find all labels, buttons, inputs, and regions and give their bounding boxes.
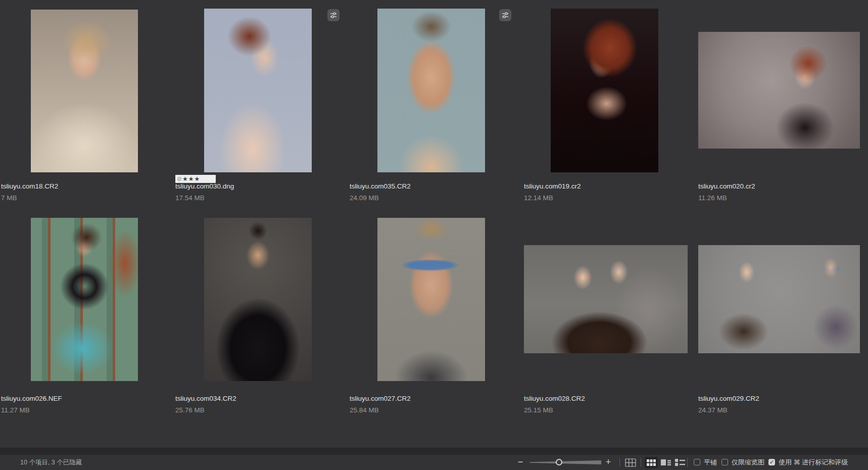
divider [619,458,620,467]
list-view-button[interactable] [660,458,672,466]
photo-item[interactable]: tsliuyu.com026.NEF 11.27 MB [0,212,174,419]
photo-filesize: 11.27 MB [1,406,30,414]
grid-view-icon [647,459,656,466]
photo-item[interactable]: tsliuyu.com028.CR2 25.15 MB [523,212,697,419]
photo-thumbnail[interactable] [31,10,138,172]
photo-filesize: 24.09 MB [350,194,379,202]
photo-filename: tsliuyu.com020.cr2 [698,182,755,190]
details-view-icon [674,458,686,466]
photo-item[interactable]: tsliuyu.com029.CR2 24.37 MB [697,212,868,419]
use-cmd-checkbox-label[interactable]: 使用 ⌘ 进行标记和评级 [779,455,848,470]
photo-filename: tsliuyu.com027.CR2 [350,395,411,402]
photo-item[interactable]: tsliuyu.com019.cr2 12.14 MB [523,0,697,207]
table-grid-icon [625,458,636,467]
photo-item[interactable]: tsliuyu.com035.CR2 24.09 MB [349,0,523,207]
photo-filename: tsliuyu.com034.CR2 [175,395,236,402]
details-view-button[interactable] [674,458,686,466]
photo-filename: tsliuyu.com035.CR2 [350,182,411,190]
photo-item[interactable]: tsliuyu.com027.CR2 25.84 MB [349,212,523,419]
tile-checkbox-label[interactable]: 平铺 [704,455,717,470]
thumbnail-grid: tsliuyu.com18.CR2 7 MB ⊘ ★★★ tsliuyu.com… [0,0,868,447]
photo-filesize: 25.15 MB [524,406,553,414]
photo-thumbnail[interactable] [204,9,312,172]
rating-widget[interactable]: ⊘ ★★★ [175,175,216,183]
photo-thumbnail[interactable] [551,9,658,172]
use-cmd-checkbox[interactable]: ✓ [768,459,775,465]
zoom-out-button[interactable]: − [515,455,525,469]
adjustments-badge-icon [327,9,340,21]
tile-checkbox[interactable] [694,459,700,465]
photo-filesize: 25.84 MB [350,406,379,414]
photo-thumbnail[interactable] [377,9,485,172]
photo-thumbnail[interactable] [204,218,312,381]
photo-filename: tsliuyu.com030.dng [175,182,234,190]
photo-filename: tsliuyu.com029.CR2 [698,395,759,402]
thumbnails-only-checkbox[interactable] [721,459,728,465]
photo-thumbnail[interactable] [698,32,860,149]
table-view-button[interactable] [624,458,637,467]
divider [641,458,641,467]
zoom-slider-knob[interactable] [556,459,562,465]
photo-filesize: 11.26 MB [698,194,727,202]
list-view-icon [660,458,671,466]
photo-thumbnail[interactable] [698,245,860,353]
thumbnails-only-checkbox-label[interactable]: 仅限缩览图 [732,455,764,470]
photo-filesize: 25.76 MB [175,406,205,414]
photo-filesize: 24.37 MB [698,406,728,414]
photo-filename: tsliuyu.com026.NEF [1,395,62,402]
photo-filename: tsliuyu.com18.CR2 [1,182,58,190]
zoom-slider[interactable] [529,455,601,470]
separator-band [0,448,868,455]
divider [687,458,688,467]
grid-view-button-active[interactable] [645,457,658,468]
status-bar: 10 个项目, 3 个已隐藏 − + [0,455,868,470]
photo-thumbnail[interactable] [377,218,485,381]
photo-thumbnail[interactable] [524,245,688,353]
photo-filesize: 7 MB [1,194,17,202]
star-rating[interactable]: ★★★ [182,176,200,182]
photo-filesize: 12.14 MB [524,194,553,202]
photo-item[interactable]: ⊘ ★★★ tsliuyu.com030.dng 17.54 MB [174,0,349,207]
photo-filename: tsliuyu.com019.cr2 [524,182,581,190]
photo-item[interactable]: tsliuyu.com020.cr2 11.26 MB [697,0,868,207]
photo-item[interactable]: tsliuyu.com034.CR2 25.76 MB [174,212,349,419]
photo-thumbnail[interactable] [31,218,138,381]
zoom-in-button[interactable]: + [603,455,613,469]
adjustments-badge-icon [499,9,511,21]
photo-item[interactable]: tsliuyu.com18.CR2 7 MB [0,0,174,207]
item-count-status: 10 个项目, 3 个已隐藏 [20,455,82,470]
no-rating-icon[interactable]: ⊘ [177,176,182,182]
photo-filename: tsliuyu.com028.CR2 [524,395,585,402]
zoom-slider-track[interactable] [529,460,601,464]
photo-filesize: 17.54 MB [175,194,205,202]
